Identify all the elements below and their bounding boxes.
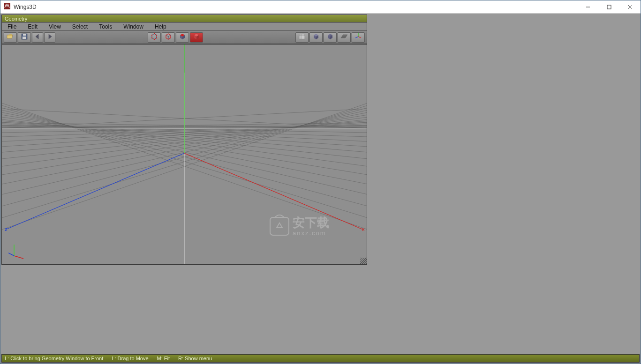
cube-edge-icon: [164, 32, 173, 42]
svg-point-11: [151, 37, 152, 38]
vertex-mode-button[interactable]: [148, 32, 161, 43]
svg-point-10: [154, 33, 155, 34]
svg-line-20: [358, 37, 361, 38]
axis-x-label: x: [362, 226, 365, 232]
svg-point-9: [156, 35, 157, 36]
svg-line-22: [355, 37, 358, 38]
axis-gizmo: [8, 242, 27, 260]
axes-button[interactable]: [352, 32, 365, 43]
svg-point-8: [151, 35, 152, 36]
client-area: Geometry File Edit View Select Tools Win…: [0, 14, 641, 364]
svg-point-13: [154, 39, 155, 40]
status-l2: L: Drag to Move: [112, 356, 148, 361]
menu-tools[interactable]: Tools: [93, 23, 118, 30]
ground-plane-button[interactable]: [338, 32, 351, 43]
undo-button[interactable]: [32, 32, 43, 43]
flat-shading-button[interactable]: [309, 32, 323, 43]
axis-z-label: z: [5, 226, 8, 232]
close-button[interactable]: [619, 0, 641, 13]
status-r: R: Show menu: [178, 356, 212, 361]
open-button[interactable]: [4, 32, 17, 43]
geometry-window[interactable]: Geometry File Edit View Select Tools Win…: [1, 15, 367, 265]
svg-line-62: [14, 256, 23, 259]
cube-vertex-icon: [150, 32, 158, 42]
menu-help[interactable]: Help: [149, 23, 172, 30]
arrow-right-icon: [45, 32, 54, 42]
ground-plane-icon: [340, 32, 348, 42]
cube-flat-icon: [312, 32, 320, 42]
svg-line-61: [6, 153, 184, 230]
axes-icon: [354, 32, 362, 42]
cube-smooth-icon: [326, 32, 334, 42]
cube-face-icon: [178, 32, 187, 42]
status-m: M: Fit: [157, 356, 170, 361]
statusbar: L: Click to bring Geometry Window to Fro…: [1, 354, 640, 363]
menu-view[interactable]: View: [43, 23, 67, 30]
edge-mode-button[interactable]: [162, 32, 175, 43]
smooth-shading-button[interactable]: [324, 32, 337, 43]
minimize-button[interactable]: [577, 0, 598, 13]
window-title: Wings3D: [14, 4, 37, 10]
app-window: Wings3D Geometry File Edit View Select T…: [0, 0, 641, 364]
window-controls: [577, 0, 641, 13]
save-button[interactable]: [18, 32, 31, 43]
redo-button[interactable]: [44, 32, 55, 43]
toolbar: [2, 31, 367, 44]
svg-point-12: [156, 37, 157, 38]
svg-line-64: [8, 253, 14, 256]
workmode-button[interactable]: [295, 32, 309, 43]
maximize-button[interactable]: [598, 0, 619, 13]
geometry-title[interactable]: Geometry: [2, 15, 367, 22]
status-l1: L: Click to bring Geometry Window to Fro…: [5, 356, 103, 361]
menu-select[interactable]: Select: [67, 23, 93, 30]
menubar: File Edit View Select Tools Window Help: [2, 22, 367, 31]
selection-mode-group: [148, 32, 203, 43]
svg-rect-14: [299, 34, 305, 39]
titlebar[interactable]: Wings3D: [0, 0, 641, 14]
workmode-icon: [298, 32, 306, 42]
3d-viewport[interactable]: x z: [2, 44, 367, 264]
folder-open-icon: [6, 32, 15, 42]
app-icon: [3, 2, 11, 11]
body-mode-button[interactable]: [190, 32, 203, 43]
cube-body-icon: [192, 32, 201, 42]
arrow-left-icon: [33, 32, 42, 42]
svg-rect-7: [23, 37, 26, 39]
svg-rect-6: [23, 34, 26, 36]
svg-line-59: [184, 153, 363, 230]
menu-window[interactable]: Window: [118, 23, 149, 30]
view-options-group: [295, 32, 365, 43]
svg-rect-2: [607, 5, 611, 9]
menu-file[interactable]: File: [2, 23, 22, 30]
face-mode-button[interactable]: [176, 32, 189, 43]
floppy-disk-icon: [20, 32, 29, 42]
menu-edit[interactable]: Edit: [22, 23, 43, 30]
resize-handle[interactable]: [360, 258, 367, 264]
